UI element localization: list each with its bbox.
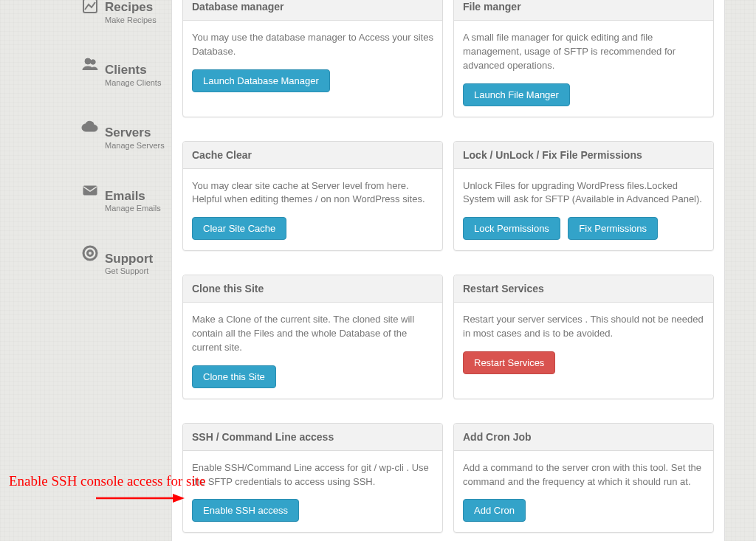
cards-row: Clone this Site Make a Clone of the curr…: [182, 275, 714, 399]
card-body: Enable SSH/Command Line access for git /…: [183, 451, 442, 533]
sidebar-item-text: Recipes Make Recipes: [105, 0, 157, 24]
card-add-cron: Add Cron Job Add a command to the server…: [453, 423, 714, 534]
mail-icon: [81, 182, 99, 199]
sidebar-item-emails[interactable]: Emails Manage Emails: [0, 177, 170, 225]
cards-row: Database manager You may use the databas…: [182, 0, 714, 117]
card-restart-services: Restart Services Restart your server ser…: [453, 275, 714, 399]
recipe-icon: [81, 0, 99, 15]
sidebar-item-title: Clients: [105, 63, 161, 77]
card-desc: Unlock Files for upgrading WordPress fil…: [463, 179, 704, 207]
card-title: Cache Clear: [183, 142, 442, 169]
svg-point-2: [91, 60, 95, 64]
card-ssh-access: SSH / Command Line access Enable SSH/Com…: [182, 423, 443, 534]
card-body: A small file manager for quick editing a…: [454, 21, 713, 117]
sidebar-item-title: Recipes: [105, 0, 157, 15]
clone-site-button[interactable]: Clone this Site: [192, 365, 276, 388]
card-desc: Add a command to the server cron with th…: [463, 461, 704, 489]
sidebar-item-title: Servers: [105, 125, 165, 140]
card-body: Add a command to the server cron with th…: [454, 451, 713, 533]
card-title: Database manager: [183, 0, 442, 21]
card-desc: You may use the database manager to Acce…: [192, 31, 433, 59]
card-body: You may clear site cache at Server level…: [183, 169, 442, 251]
restart-services-button[interactable]: Restart Services: [463, 351, 555, 374]
launch-file-manager-button[interactable]: Launch File Manger: [463, 83, 570, 106]
card-body: You may use the database manager to Acce…: [183, 21, 442, 103]
sidebar-item-text: Support Get Support: [105, 252, 153, 276]
card-clone-site: Clone this Site Make a Clone of the curr…: [182, 275, 443, 399]
card-title: File manger: [454, 0, 713, 21]
sidebar-item-text: Clients Manage Clients: [105, 63, 161, 87]
card-title: Clone this Site: [183, 275, 442, 303]
card-title: Lock / UnLock / Fix File Permissions: [454, 142, 713, 169]
card-title: Add Cron Job: [454, 424, 713, 451]
launch-database-manager-button[interactable]: Launch Database Manager: [192, 69, 330, 92]
svg-point-1: [85, 58, 91, 64]
main-content: Database manager You may use the databas…: [171, 0, 725, 541]
lock-permissions-button[interactable]: Lock Permissions: [463, 217, 560, 240]
enable-ssh-access-button[interactable]: Enable SSH access: [192, 499, 299, 522]
sidebar-item-servers[interactable]: Servers Manage Servers: [0, 114, 170, 162]
sidebar-item-recipes[interactable]: Recipes Make Recipes: [0, 0, 170, 36]
sidebar-item-title: Support: [105, 252, 153, 266]
sidebar-item-text: Servers Manage Servers: [105, 125, 165, 150]
clear-site-cache-button[interactable]: Clear Site Cache: [192, 217, 286, 240]
card-body: Make a Clone of the current site. The cl…: [183, 303, 442, 399]
sidebar-item-sub: Manage Servers: [105, 141, 165, 151]
sidebar: Recipes Make Recipes Clients Manage Clie…: [0, 0, 170, 288]
sidebar-item-support[interactable]: Support Get Support: [0, 240, 170, 288]
add-cron-button[interactable]: Add Cron: [463, 499, 526, 522]
card-file-manager: File manger A small file manager for qui…: [453, 0, 714, 117]
card-desc: A small file manager for quick editing a…: [463, 31, 704, 73]
card-title: Restart Services: [454, 275, 713, 303]
sidebar-item-clients[interactable]: Clients Manage Clients: [0, 51, 170, 99]
sidebar-item-sub: Manage Clients: [105, 78, 161, 88]
card-database-manager: Database manager You may use the databas…: [182, 0, 443, 117]
card-lock-permissions: Lock / UnLock / Fix File Permissions Unl…: [453, 141, 714, 252]
svg-point-4: [83, 247, 97, 260]
sidebar-item-title: Emails: [105, 189, 161, 204]
card-desc: Make a Clone of the current site. The cl…: [192, 313, 433, 355]
sidebar-item-text: Emails Manage Emails: [105, 189, 161, 213]
cards-row: Cache Clear You may clear site cache at …: [182, 141, 714, 252]
cloud-icon: [81, 118, 99, 136]
card-desc: Enable SSH/Command Line access for git /…: [192, 461, 433, 489]
sidebar-item-sub: Make Recipes: [105, 15, 157, 25]
sidebar-item-sub: Get Support: [105, 266, 153, 276]
card-cache-clear: Cache Clear You may clear site cache at …: [182, 141, 443, 252]
clients-icon: [81, 55, 99, 73]
annotation-text: Enable SSH console access for site: [9, 473, 205, 489]
svg-rect-3: [83, 186, 97, 195]
cards-row: SSH / Command Line access Enable SSH/Com…: [182, 423, 714, 534]
fix-permissions-button[interactable]: Fix Permissions: [568, 217, 658, 240]
card-body: Restart your server services . This shou…: [454, 303, 713, 385]
card-body: Unlock Files for upgrading WordPress fil…: [454, 169, 713, 251]
svg-point-5: [88, 250, 93, 255]
sidebar-item-sub: Manage Emails: [105, 204, 161, 213]
card-desc: You may clear site cache at Server level…: [192, 179, 433, 207]
card-title: SSH / Command Line access: [183, 424, 442, 451]
card-desc: Restart your server services . This shou…: [463, 313, 704, 341]
support-icon: [81, 244, 99, 262]
